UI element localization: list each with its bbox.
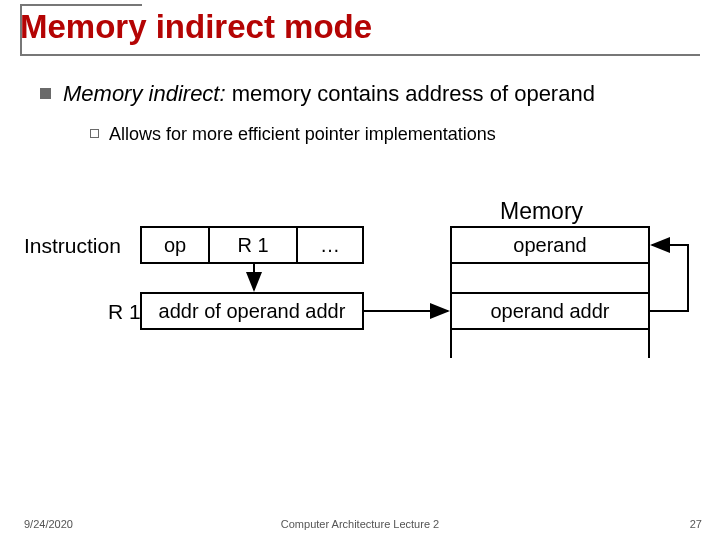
slide-footer: 9/24/2020 Computer Architecture Lecture … (0, 518, 720, 530)
instruction-op-cell: op (140, 226, 210, 264)
bullet1-term: Memory indirect: (63, 81, 226, 106)
slide-title: Memory indirect mode (20, 8, 700, 52)
bullet2-text: Allows for more efficient pointer implem… (109, 124, 496, 145)
memory-column: operand operand addr (450, 226, 650, 358)
instruction-row: op R 1 … (140, 226, 364, 264)
footer-date: 9/24/2020 (24, 518, 73, 530)
bullet1-rest: memory contains address of operand (226, 81, 595, 106)
instruction-r1-cell: R 1 (210, 226, 298, 264)
footer-page: 27 (690, 518, 702, 530)
memory-gap-2 (450, 330, 650, 358)
memory-cell-operand-addr: operand addr (450, 292, 650, 330)
bullet-level-1: Memory indirect: memory contains address… (40, 80, 680, 108)
r1-register-label: R 1 (108, 300, 141, 324)
memory-gap (450, 264, 650, 292)
memory-cell-operand: operand (450, 226, 650, 264)
bullet-level-2: Allows for more efficient pointer implem… (90, 124, 680, 145)
memory-heading: Memory (500, 198, 583, 225)
footer-title: Computer Architecture Lecture 2 (0, 518, 720, 530)
hollow-square-bullet-icon (90, 129, 99, 138)
r1-register-box: addr of operand addr (140, 292, 364, 330)
instruction-label: Instruction (24, 234, 121, 258)
square-bullet-icon (40, 88, 51, 99)
instruction-ellipsis-cell: … (298, 226, 364, 264)
